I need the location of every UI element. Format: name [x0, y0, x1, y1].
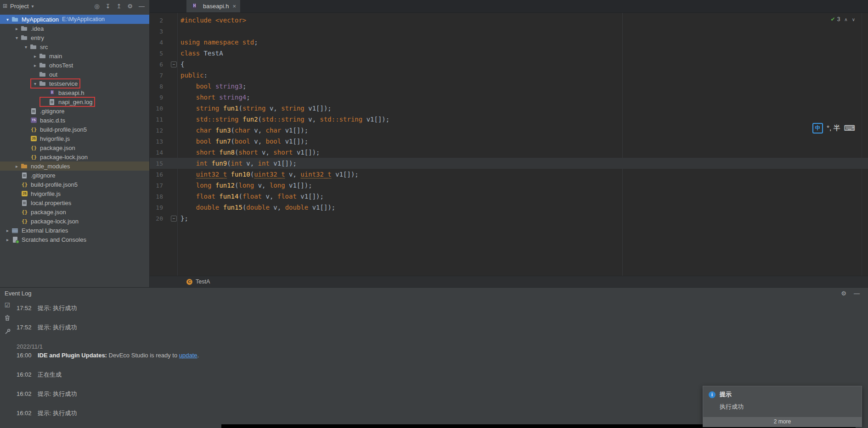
chevron-expanded-icon[interactable]: ▾: [22, 44, 30, 50]
notification-header: i 提示: [703, 386, 862, 399]
hide-panel-icon[interactable]: —: [854, 290, 860, 296]
code-line-11[interactable]: 11 std::string fun2(std::string v, std::…: [149, 114, 868, 125]
line-number[interactable]: 20: [149, 215, 163, 222]
line-number[interactable]: 3: [149, 28, 163, 35]
breadcrumb-item[interactable]: TestA: [196, 278, 210, 285]
code-line-13[interactable]: 13 bool fun7(bool v, bool v1[]);: [149, 136, 868, 147]
code-line-14[interactable]: 14 short fun8(short v, short v1[]);: [149, 147, 868, 158]
line-number[interactable]: 12: [149, 127, 163, 134]
tree-item-testservice[interactable]: ▾testservice: [0, 79, 149, 88]
tree-item-label: package-lock.json: [31, 218, 79, 225]
tab-baseapi-h[interactable]: baseapi.h ×: [186, 0, 240, 12]
tree-item--idea[interactable]: ▸.idea: [0, 24, 149, 33]
code-line-4[interactable]: 4using namespace std;: [149, 37, 868, 48]
fold-marker-icon[interactable]: −: [171, 216, 177, 222]
line-number[interactable]: 8: [149, 83, 163, 90]
line-number[interactable]: 11: [149, 116, 163, 123]
tree-item-baseapi-h[interactable]: baseapi.h: [0, 88, 149, 97]
code-line-6[interactable]: 6−{: [149, 59, 868, 70]
tree-item-hvigorfile-js[interactable]: hvigorfile.js: [0, 134, 149, 143]
code-line-17[interactable]: 17 long fun12(long v, long v1[]);: [149, 180, 868, 191]
project-view-selector[interactable]: Project: [10, 3, 28, 10]
chevron-collapsed-icon[interactable]: ▸: [4, 228, 11, 233]
expand-all-icon[interactable]: ↧: [106, 3, 111, 9]
chevron-down-icon[interactable]: ▾: [32, 4, 34, 9]
tree-item-hvigorfile-js[interactable]: hvigorfile.js: [0, 189, 149, 198]
chevron-expanded-icon[interactable]: ▾: [4, 17, 11, 22]
log-settings-icon[interactable]: [5, 328, 11, 335]
code-line-10[interactable]: 10 string fun1(string v, string v1[]);: [149, 103, 868, 114]
code-line-19[interactable]: 19 double fun15(double v, double v1[]);: [149, 202, 868, 213]
code-line-16[interactable]: 16 uint32_t fun10(uint32_t v, uint32_t v…: [149, 169, 868, 180]
tree-item-package-lock-json[interactable]: package-lock.json: [0, 217, 149, 226]
code-line-3[interactable]: 3: [149, 26, 868, 37]
line-number[interactable]: 5: [149, 50, 163, 57]
collapse-all-icon[interactable]: ↥: [116, 3, 121, 9]
close-icon[interactable]: ×: [232, 3, 236, 10]
tree-item-node-modules[interactable]: ▸node_modules: [0, 161, 149, 171]
tree-item-package-lock-json[interactable]: package-lock.json: [0, 152, 149, 161]
tree-item-ohostest[interactable]: ▸ohosTest: [0, 61, 149, 70]
log-date: 2022/11/1: [17, 343, 868, 350]
code-line-9[interactable]: 9 short string4;: [149, 92, 868, 103]
code-line-18[interactable]: 18 float fun14(float v, float v1[]);: [149, 191, 868, 202]
tree-item-main[interactable]: ▸main: [0, 51, 149, 61]
code-line-7[interactable]: 7public:: [149, 70, 868, 81]
line-number[interactable]: 13: [149, 138, 163, 145]
tree-item-src[interactable]: ▾src: [0, 42, 149, 51]
locate-file-icon[interactable]: ◎: [94, 3, 99, 9]
tree-item-build-profile-json5[interactable]: build-profile.json5: [0, 180, 149, 189]
code-area[interactable]: 2#include <vector>34using namespace std;…: [149, 13, 868, 276]
event-log-header: Event Log ⚙—: [0, 288, 868, 299]
code-text: bool fun7(bool v, bool v1[]);: [177, 138, 308, 145]
code-line-8[interactable]: 8 bool string3;: [149, 81, 868, 92]
code-line-12[interactable]: 12 char fun3(char v, char v1[]);: [149, 125, 868, 136]
line-number[interactable]: 10: [149, 105, 163, 112]
tree-item-local-properties[interactable]: local.properties: [0, 198, 149, 207]
line-number[interactable]: 15: [149, 160, 163, 167]
tree-item-scratches-and-consoles[interactable]: ▸Scratches and Consoles: [0, 235, 149, 244]
chevron-collapsed-icon[interactable]: ▸: [31, 54, 39, 59]
chevron-collapsed-icon[interactable]: ▸: [31, 63, 39, 68]
notification-more-button[interactable]: 2 more: [703, 417, 862, 427]
tree-item-entry[interactable]: ▾entry: [0, 33, 149, 42]
tree-item-out[interactable]: out: [0, 70, 149, 79]
code-line-2[interactable]: 2#include <vector>: [149, 15, 868, 26]
chevron-collapsed-icon[interactable]: ▸: [13, 26, 21, 31]
line-number[interactable]: 4: [149, 39, 163, 46]
tree-item-napi-gen-log[interactable]: napi_gen.log: [0, 97, 149, 106]
tree-item-myapplication[interactable]: ▾MyApplicationE:\MyApplication: [0, 15, 149, 24]
settings-gear-icon[interactable]: ⚙: [841, 290, 846, 296]
chevron-collapsed-icon[interactable]: ▸: [13, 164, 21, 169]
tree-item-package-json[interactable]: package.json: [0, 143, 149, 152]
line-number[interactable]: 6: [149, 61, 163, 68]
fold-marker-icon[interactable]: −: [171, 61, 177, 67]
tree-item--gitignore[interactable]: .gitignore: [0, 106, 149, 116]
code-text: string fun1(string v, string v1[]);: [177, 105, 332, 112]
tree-item--gitignore[interactable]: .gitignore: [0, 171, 149, 180]
tree-item-package-json[interactable]: package.json: [0, 207, 149, 217]
tree-item-basic-d-ts[interactable]: basic.d.ts: [0, 116, 149, 125]
line-number[interactable]: 14: [149, 149, 163, 156]
code-line-20[interactable]: 20−};: [149, 213, 868, 224]
tree-item-build-profile-json5[interactable]: build-profile.json5: [0, 125, 149, 134]
line-number[interactable]: 18: [149, 193, 163, 200]
clear-log-icon[interactable]: [5, 315, 10, 322]
update-link[interactable]: update: [179, 352, 197, 359]
code-line-5[interactable]: 5class TestA: [149, 48, 868, 59]
line-number[interactable]: 2: [149, 17, 163, 24]
chevron-collapsed-icon[interactable]: ▸: [4, 237, 11, 242]
line-number[interactable]: 7: [149, 72, 163, 79]
line-number[interactable]: 19: [149, 204, 163, 211]
code-line-15[interactable]: 15 int fun9(int v, int v1[]);: [149, 158, 868, 169]
hide-panel-icon[interactable]: —: [139, 3, 145, 9]
line-number[interactable]: 9: [149, 94, 163, 101]
chevron-expanded-icon[interactable]: ▾: [13, 35, 21, 40]
line-number[interactable]: 17: [149, 182, 163, 189]
chevron-expanded-icon[interactable]: ▾: [31, 81, 39, 86]
line-number[interactable]: 16: [149, 171, 163, 178]
mark-read-icon[interactable]: ☑: [5, 302, 11, 308]
notification-popup[interactable]: i 提示 执行成功 2 more: [703, 386, 862, 427]
settings-gear-icon[interactable]: ⚙: [127, 3, 133, 9]
tree-item-external-libraries[interactable]: ▸External Libraries: [0, 226, 149, 235]
